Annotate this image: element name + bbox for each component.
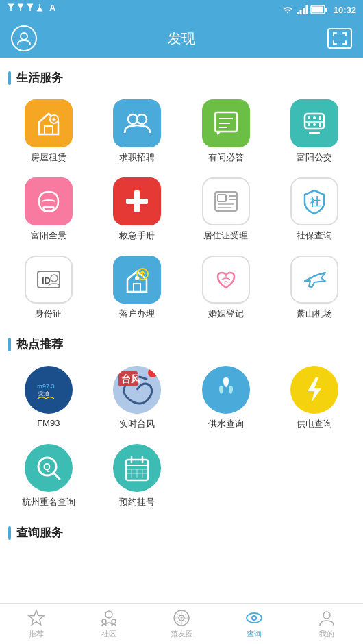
nav-item-fan-circle[interactable]: 范友圈 bbox=[145, 606, 218, 642]
nav-item-query[interactable]: 查询 bbox=[218, 606, 290, 642]
status-bar: A 10:32 bbox=[0, 0, 363, 19]
svg-marker-26 bbox=[216, 132, 221, 136]
list-item[interactable]: 台风 实时台风 bbox=[95, 360, 181, 436]
list-item[interactable]: 供水查询 bbox=[183, 360, 269, 436]
list-item[interactable]: ID 身份证 bbox=[5, 250, 92, 325]
marriage-label: 婚姻登记 bbox=[208, 308, 244, 320]
star-icon bbox=[27, 609, 45, 627]
svg-marker-71 bbox=[29, 610, 44, 625]
svg-point-58 bbox=[148, 368, 158, 377]
appointment-label: 预约挂号 bbox=[119, 496, 155, 508]
hot-recommend-title: 热点推荐 bbox=[0, 331, 363, 358]
social-security-label: 社保查询 bbox=[297, 230, 332, 242]
wifi-icon bbox=[282, 5, 293, 14]
list-item[interactable]: Q 杭州重名查询 bbox=[5, 438, 92, 514]
list-item[interactable]: 居住证受理 bbox=[183, 172, 269, 247]
house-rent-icon: + bbox=[34, 108, 64, 138]
svg-text:社: 社 bbox=[309, 195, 321, 208]
marriage-icon-wrap bbox=[202, 256, 250, 304]
svg-text:A: A bbox=[49, 3, 56, 13]
nav-recommend-label: 推荐 bbox=[29, 629, 44, 639]
hangzhou-name-label: 杭州重名查询 bbox=[22, 496, 75, 508]
svg-marker-2 bbox=[18, 4, 23, 8]
nav-community-label: 社区 bbox=[101, 629, 116, 639]
typhoon-icon-wrap: 台风 bbox=[113, 366, 161, 414]
list-item[interactable]: 求职招聘 bbox=[95, 94, 181, 169]
emergency-icon bbox=[122, 186, 152, 216]
query-services-title: 查询服务 bbox=[0, 519, 363, 546]
settle-icon-wrap bbox=[113, 256, 161, 304]
qa-icon bbox=[211, 108, 241, 138]
recruit-icon-wrap bbox=[113, 99, 161, 147]
water-label: 供水查询 bbox=[208, 418, 244, 430]
qa-icon-wrap bbox=[202, 99, 250, 147]
svg-line-60 bbox=[53, 473, 60, 479]
fan-circle-icon bbox=[173, 609, 190, 627]
header: 发现 bbox=[0, 19, 363, 58]
scan-button[interactable] bbox=[327, 28, 352, 49]
list-item[interactable]: + 房屋租赁 bbox=[5, 94, 92, 169]
list-item[interactable]: 预约挂号 bbox=[95, 438, 181, 514]
list-item[interactable]: 富阳全景 bbox=[5, 172, 92, 247]
residence-icon-wrap bbox=[202, 177, 250, 225]
typhoon-label: 实时台风 bbox=[119, 418, 155, 430]
nav-item-community[interactable]: 社区 bbox=[73, 606, 145, 642]
svg-rect-38 bbox=[126, 199, 148, 204]
svg-rect-27 bbox=[305, 114, 324, 129]
user-avatar-button[interactable] bbox=[11, 25, 37, 51]
svg-rect-10 bbox=[299, 10, 301, 14]
svg-rect-14 bbox=[325, 8, 327, 12]
mine-person-icon bbox=[318, 609, 336, 627]
power-label: 供电查询 bbox=[297, 418, 332, 430]
time-display: 10:32 bbox=[334, 5, 356, 15]
nav-item-mine[interactable]: 我的 bbox=[290, 606, 363, 642]
emergency-icon-wrap bbox=[113, 177, 161, 225]
list-item[interactable]: 救急手册 bbox=[95, 172, 181, 247]
list-item[interactable]: 萧山机场 bbox=[272, 250, 358, 325]
settle-down-icon bbox=[122, 264, 152, 295]
list-item[interactable]: 有问必答 bbox=[183, 94, 269, 169]
svg-point-73 bbox=[102, 619, 106, 623]
water-icon-wrap bbox=[202, 366, 250, 414]
svg-marker-6 bbox=[37, 7, 42, 11]
user-icon bbox=[16, 31, 32, 46]
svg-rect-11 bbox=[303, 8, 305, 14]
emergency-label: 救急手册 bbox=[119, 230, 155, 242]
list-item[interactable]: 落户办理 bbox=[95, 250, 181, 325]
airport-icon bbox=[301, 266, 328, 293]
social-security-icon: 社 bbox=[301, 188, 328, 215]
nav-item-recommend[interactable]: 推荐 bbox=[0, 606, 73, 642]
svg-point-72 bbox=[105, 611, 112, 618]
svg-rect-12 bbox=[305, 5, 308, 14]
life-services-title: 生活服务 bbox=[0, 64, 363, 91]
qa-label: 有问必答 bbox=[208, 151, 244, 164]
svg-point-83 bbox=[253, 617, 255, 619]
svg-point-29 bbox=[308, 116, 310, 119]
status-bar-left-icons: A bbox=[5, 3, 60, 12]
appointment-icon bbox=[122, 453, 152, 483]
id-label: 身份证 bbox=[35, 308, 62, 320]
recruit-label: 求职招聘 bbox=[119, 151, 155, 164]
list-item[interactable]: 婚姻登记 bbox=[183, 250, 269, 325]
airport-icon-wrap bbox=[290, 256, 338, 304]
status-right-icons: 10:32 bbox=[282, 5, 356, 15]
list-item[interactable]: 富阳公交 bbox=[272, 94, 358, 169]
list-item[interactable]: 社 社保查询 bbox=[272, 172, 358, 247]
svg-point-30 bbox=[313, 116, 316, 119]
svg-text:Q: Q bbox=[43, 461, 51, 472]
fm93-icon-wrap: m97.3 交通 bbox=[25, 366, 73, 414]
settle-label: 落户办理 bbox=[119, 308, 155, 320]
house-rent-icon-wrap: + bbox=[25, 99, 73, 147]
page-title: 发现 bbox=[168, 29, 195, 48]
list-item[interactable]: 供电查询 bbox=[272, 360, 358, 436]
power-supply-icon bbox=[299, 375, 329, 405]
id-card-icon: ID bbox=[35, 266, 62, 293]
id-card-icon-wrap: ID bbox=[25, 256, 73, 304]
text-size-icon: A bbox=[49, 3, 60, 12]
svg-rect-49 bbox=[134, 284, 140, 292]
svg-point-16 bbox=[21, 33, 27, 40]
list-item[interactable]: m97.3 交通 FM93 bbox=[5, 360, 92, 436]
hangzhou-name-icon-wrap: Q bbox=[25, 444, 73, 492]
svg-text:交通: 交通 bbox=[38, 391, 49, 397]
typhoon-icon: 台风 bbox=[113, 366, 161, 414]
